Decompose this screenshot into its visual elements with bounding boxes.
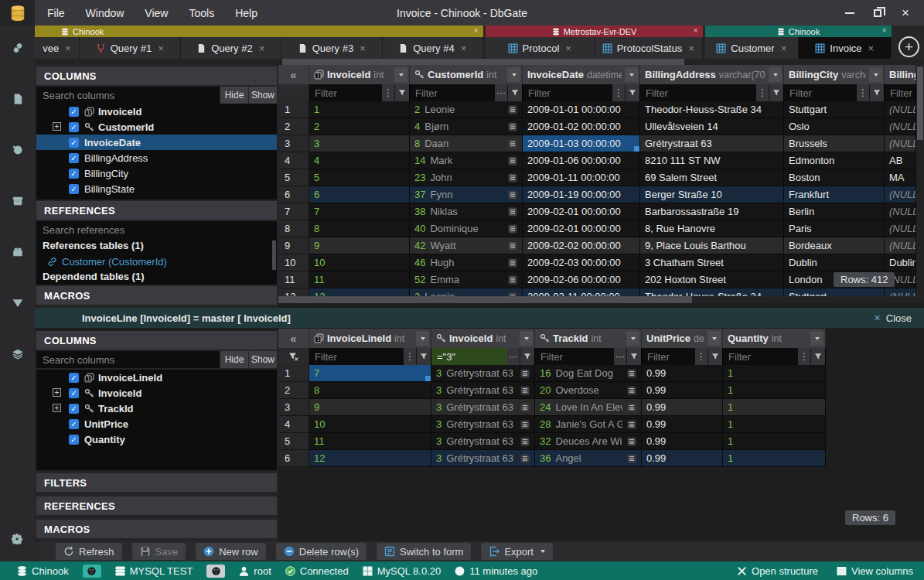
checkbox-checked[interactable] <box>69 169 79 179</box>
cell-invoiceid[interactable]: 8 <box>309 220 410 237</box>
cell-quantity[interactable]: 1 <box>723 416 826 433</box>
scrollbar-thumb[interactable] <box>917 67 923 140</box>
cell-quantity[interactable]: 1 <box>723 399 826 416</box>
refresh-button[interactable]: Refresh <box>56 543 122 560</box>
cell-invoiceid[interactable]: 3Grétrystraat 63 <box>431 433 535 450</box>
cell-customerid[interactable]: 2Leonie <box>410 101 523 118</box>
hide-columns-button[interactable]: Hide <box>220 351 248 368</box>
cell-trackid[interactable]: 32Deuces Are Wild <box>535 433 642 450</box>
column-item-invoicedate[interactable]: InvoiceDate <box>36 135 277 150</box>
filters-icon[interactable] <box>8 293 28 313</box>
filter-more-button[interactable]: ⋮ <box>695 348 707 365</box>
collapse-columns-button[interactable]: « <box>278 329 309 348</box>
tab-group-header[interactable]: Chinook× <box>705 26 892 37</box>
row-number[interactable]: 6 <box>278 186 309 203</box>
close-button[interactable]: × <box>898 5 913 21</box>
open-reference-icon[interactable] <box>508 105 517 114</box>
cell-quantity[interactable]: 1 <box>723 382 826 399</box>
open-reference-icon[interactable] <box>508 207 517 217</box>
tab-query-2[interactable]: Query #2× <box>181 37 282 59</box>
column-header-invoiceid[interactable]: 1InvoiceIdint <box>309 65 410 84</box>
tab-customer[interactable]: Customer× <box>705 37 799 59</box>
files-icon[interactable] <box>8 89 28 109</box>
cell-billingstate[interactable]: (NULL) <box>885 203 916 220</box>
column-item-invoicelineid[interactable]: 1InvoiceLineId <box>36 370 277 385</box>
cell-billingaddress[interactable]: Theodor-Heuss-Straße 34 <box>640 101 784 118</box>
column-header-invoicelineid[interactable]: 1InvoiceLineIdint <box>309 329 431 348</box>
filter-funnel-button[interactable] <box>626 84 639 101</box>
open-reference-icon[interactable] <box>508 139 517 148</box>
cell-billingcity[interactable]: Frankfurt <box>784 186 885 203</box>
open-reference-icon[interactable] <box>520 454 530 463</box>
show-columns-button[interactable]: Show <box>249 351 277 368</box>
cell-billingstate[interactable]: MA <box>885 169 916 186</box>
cell-trackid[interactable]: 28Janie's Got A Gun <box>535 416 642 433</box>
cell-billingaddress[interactable]: 8210 111 ST NW <box>640 152 784 169</box>
cell-invoicedate[interactable]: 2009-01-03 00:00:00 <box>523 135 640 152</box>
row-number[interactable]: 4 <box>278 152 309 169</box>
tab-scrollbar-thumb[interactable] <box>282 59 684 65</box>
open-reference-icon[interactable] <box>520 369 530 378</box>
cell-billingstate[interactable]: AB <box>885 152 916 169</box>
cell-billingcity[interactable]: Boston <box>784 169 885 186</box>
cell-invoicedate[interactable]: 2009-02-01 00:00:00 <box>523 203 640 220</box>
cell-billingstate[interactable]: (NULL) <box>885 186 916 203</box>
cell-trackid[interactable]: 24Love In An Elevator <box>535 399 642 416</box>
cell-invoiceid[interactable]: 3Grétrystraat 63 <box>431 416 535 433</box>
column-header-quantity[interactable]: Quantityint <box>723 329 826 348</box>
filter-input-trackid[interactable]: Filter <box>535 348 614 365</box>
cell-billingcity[interactable]: Oslo <box>784 118 885 135</box>
cell-unitprice[interactable]: 0.99 <box>642 399 723 416</box>
cell-billingstate[interactable]: (NULL) <box>885 101 916 118</box>
selection-handle[interactable] <box>425 376 431 381</box>
collapse-columns-button[interactable]: « <box>278 65 309 84</box>
filter-input-invoiceid[interactable]: Filter <box>309 84 382 101</box>
master-grid-hscrollbar[interactable] <box>278 296 916 303</box>
open-reference-icon[interactable] <box>508 122 517 131</box>
column-item-unitprice[interactable]: UnitPrice <box>36 416 277 432</box>
row-number[interactable]: 3 <box>278 399 309 416</box>
panel-header-macros[interactable]: MACROS <box>36 520 277 538</box>
close-tab-icon[interactable]: × <box>65 43 71 54</box>
cell-billingstate[interactable]: (NULL) <box>885 288 916 296</box>
cell-billingcity[interactable]: Paris <box>784 220 885 237</box>
column-menu-button[interactable] <box>810 331 823 346</box>
cell-billingcity[interactable]: Stuttgart <box>784 101 885 118</box>
column-header-billingstate[interactable]: BillingStatevarchar <box>885 65 916 84</box>
cell-invoicedate[interactable]: 2009-02-11 00:00:00 <box>523 288 640 296</box>
filter-more-button[interactable]: ⋮ <box>857 84 869 101</box>
cell-billingcity[interactable]: Dublin <box>784 254 885 271</box>
cell-unitprice[interactable]: 0.99 <box>642 450 723 467</box>
close-group-icon[interactable]: × <box>694 26 698 35</box>
cell-invoiceid[interactable]: 9 <box>309 237 410 254</box>
column-menu-button[interactable] <box>626 331 639 346</box>
expand-icon[interactable]: + <box>53 404 61 412</box>
cell-unitprice[interactable]: 0.99 <box>642 365 723 382</box>
close-detail-button[interactable]: ×Close <box>875 312 924 324</box>
cell-billingaddress[interactable]: Ullevålsveien 14 <box>640 118 784 135</box>
root-status[interactable]: root <box>239 565 271 577</box>
history-icon[interactable] <box>8 140 28 160</box>
column-header-invoiceid[interactable]: InvoiceIdint <box>431 329 535 348</box>
column-item-billingstate[interactable]: BillingState <box>36 181 277 196</box>
selection-handle[interactable] <box>634 146 639 152</box>
connected-status[interactable]: Connected <box>285 565 349 577</box>
cell-billingstate[interactable]: (NULL) <box>885 220 916 237</box>
row-number[interactable]: 4 <box>278 416 309 433</box>
view-columns-status[interactable]: View columns <box>837 565 913 577</box>
cell-billingstate[interactable]: (NULL) <box>885 135 916 152</box>
search-references-input[interactable] <box>36 221 277 238</box>
checkbox-checked[interactable] <box>69 107 79 117</box>
checkbox-checked[interactable] <box>69 138 79 148</box>
cell-billingcity[interactable]: Brussels <box>784 135 885 152</box>
tab-query-3[interactable]: Query #3× <box>281 37 383 59</box>
cell-unitprice[interactable]: 0.99 <box>642 433 723 450</box>
filter-input-billingaddress[interactable]: Filter <box>640 84 756 101</box>
close-tab-icon[interactable]: × <box>158 43 164 54</box>
open-reference-icon[interactable] <box>508 156 517 165</box>
column-item-trackid[interactable]: +TrackId <box>36 401 277 416</box>
clear-filters-button[interactable] <box>278 348 309 365</box>
column-menu-button[interactable] <box>520 331 533 346</box>
open-reference-icon[interactable] <box>508 258 517 268</box>
menu-window[interactable]: Window <box>86 7 124 19</box>
